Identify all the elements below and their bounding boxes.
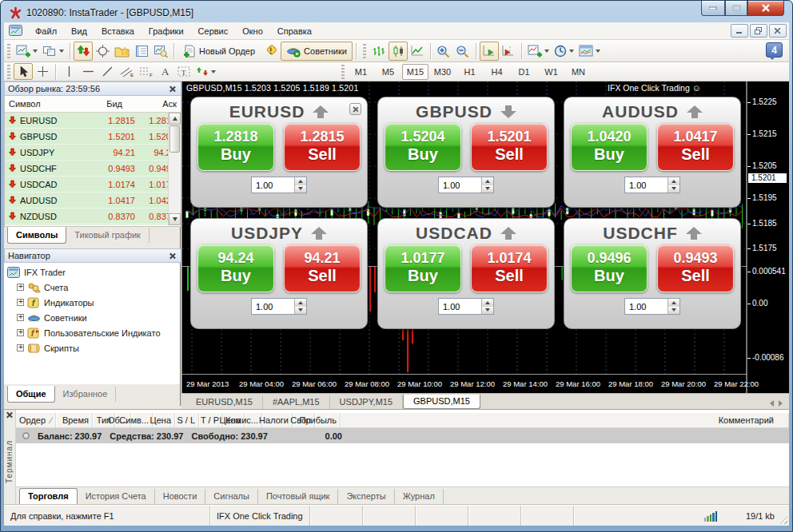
buy-button[interactable]: 0.9496Buy <box>571 244 648 292</box>
terminal-column-header[interactable]: Ордер <box>16 413 56 427</box>
volume-stepper[interactable] <box>667 299 679 314</box>
sell-button[interactable]: 94.21Sell <box>284 244 361 292</box>
timeframe-m15-button[interactable]: M15 <box>402 64 428 80</box>
expand-icon[interactable] <box>17 344 24 351</box>
tabs-scroll-left-icon[interactable] <box>770 400 774 407</box>
buy-button[interactable]: 1.5204Buy <box>385 123 461 171</box>
templates-button[interactable] <box>576 42 603 61</box>
close-icon[interactable] <box>168 251 177 260</box>
step-up-icon[interactable] <box>295 299 306 307</box>
resize-grip[interactable] <box>778 506 789 526</box>
volume-input[interactable] <box>438 298 494 315</box>
volume-stepper[interactable] <box>481 299 493 314</box>
expand-icon[interactable] <box>17 314 24 321</box>
navigator-tab[interactable]: Общие <box>7 386 55 403</box>
data-window-button[interactable] <box>93 42 112 61</box>
sell-button[interactable]: 1.5201Sell <box>471 123 548 171</box>
menu-item[interactable]: Вид <box>64 24 94 38</box>
timeframe-m30-button[interactable]: M30 <box>429 64 456 80</box>
navigator-item[interactable]: Советники <box>7 310 180 325</box>
expand-icon[interactable] <box>17 284 24 291</box>
chart-tab[interactable]: #AAPL,M15 <box>263 395 330 409</box>
market-watch-row[interactable]: GBPUSD1.52011.5204 <box>5 129 181 145</box>
market-watch-row[interactable]: AUDUSD1.04171.0420 <box>5 193 181 208</box>
market-watch-row[interactable]: USDCAD1.01741.0177 <box>5 177 181 193</box>
step-up-icon[interactable] <box>668 177 679 185</box>
horizontal-line-button[interactable] <box>78 63 98 80</box>
chart-tab[interactable]: USDJPY,M15 <box>330 395 403 409</box>
terminal-tab[interactable]: История Счета <box>78 489 155 504</box>
market-watch-row[interactable]: USDJPY94.2194.24 <box>5 145 181 161</box>
volume-input[interactable] <box>251 177 307 193</box>
sell-button[interactable]: 1.0174Sell <box>471 244 548 292</box>
toolbar-grip[interactable] <box>7 65 10 79</box>
minimize-button[interactable] <box>701 1 725 16</box>
terminal-column-header[interactable]: Комментарий <box>341 413 789 427</box>
terminal-column-header[interactable]: Цена <box>153 413 175 427</box>
market-watch-row[interactable]: EURUSD1.28151.2818 <box>5 113 181 129</box>
terminal-column-header[interactable]: Налоги <box>262 413 293 427</box>
favorites-button[interactable] <box>112 42 132 61</box>
volume-field[interactable] <box>625 299 667 314</box>
timeframe-m5-button[interactable]: M5 <box>375 64 401 80</box>
profiles-button[interactable] <box>40 42 66 61</box>
buy-button[interactable]: 1.0177Buy <box>385 244 461 292</box>
zoom-out-button[interactable] <box>453 42 472 61</box>
scroll-thumb[interactable] <box>169 125 180 153</box>
menu-item[interactable]: Справка <box>270 24 319 38</box>
volume-stepper[interactable] <box>294 299 306 314</box>
indicators-button[interactable] <box>525 42 552 61</box>
menu-item[interactable]: Графики <box>141 24 191 38</box>
close-button[interactable] <box>747 1 784 16</box>
navigator-item[interactable]: Скрипты <box>7 340 180 355</box>
terminal-tab[interactable]: Торговля <box>19 488 78 505</box>
terminal-tab[interactable]: Почтовый ящик <box>258 489 338 504</box>
notifications-badge[interactable]: 4 <box>766 42 783 58</box>
market-watch-button[interactable] <box>74 42 93 61</box>
sell-button[interactable]: 1.2815Sell <box>284 123 361 171</box>
text-label-button[interactable]: T <box>174 63 193 80</box>
step-down-icon[interactable] <box>668 307 679 315</box>
equidistant-channel-button[interactable]: E <box>117 63 136 80</box>
crosshair-button[interactable] <box>33 63 52 80</box>
scroll-down-icon[interactable] <box>169 213 181 225</box>
child-restore-button[interactable] <box>750 24 767 38</box>
close-icon[interactable] <box>168 84 177 93</box>
volume-input[interactable] <box>251 298 307 315</box>
text-button[interactable]: A <box>155 63 174 80</box>
volume-stepper[interactable] <box>294 177 306 193</box>
volume-input[interactable] <box>438 177 494 193</box>
maximize-button[interactable] <box>725 1 747 16</box>
terminal-column-header[interactable]: Время <box>56 413 93 427</box>
trendline-button[interactable] <box>98 63 117 80</box>
chart-shift-button[interactable] <box>499 42 518 61</box>
expand-icon[interactable] <box>17 329 24 336</box>
line-chart-button[interactable] <box>408 42 427 61</box>
bar-chart-button[interactable] <box>369 42 389 61</box>
step-down-icon[interactable] <box>668 185 679 193</box>
candlestick-chart-button[interactable] <box>389 42 408 61</box>
terminal-window-button[interactable] <box>132 42 151 61</box>
step-down-icon[interactable] <box>295 307 306 315</box>
chart-tab[interactable]: EURUSD,M15 <box>186 395 263 409</box>
terminal-tab[interactable]: Эксперты <box>338 489 394 504</box>
buy-button[interactable]: 94.24Buy <box>197 244 274 292</box>
step-down-icon[interactable] <box>295 185 306 193</box>
balance-row[interactable]: Баланс: 230.97 Средства: 230.97 Свободно… <box>16 428 789 443</box>
navigator-item[interactable]: fПользовательские Индикато <box>7 325 180 340</box>
toolbar-grip[interactable] <box>341 65 345 79</box>
chart-document-icon[interactable] <box>9 25 23 37</box>
arrows-button[interactable] <box>193 63 218 80</box>
step-up-icon[interactable] <box>482 177 493 185</box>
market-watch-tab[interactable]: Символы <box>7 227 66 244</box>
navigator-root[interactable]: IFX Trader <box>7 264 180 280</box>
step-up-icon[interactable] <box>482 299 493 307</box>
terminal-column-header[interactable]: S / L <box>175 413 199 427</box>
market-watch-row[interactable]: USDCHF0.94930.9496 <box>5 161 181 177</box>
scroll-up-icon[interactable] <box>169 113 181 125</box>
timeframe-w1-button[interactable]: W1 <box>538 64 564 80</box>
navigator-tab[interactable]: Избранное <box>55 387 117 402</box>
menu-item[interactable]: Сервис <box>191 24 236 38</box>
child-close-button[interactable] <box>769 24 787 38</box>
periods-button[interactable] <box>552 42 576 61</box>
